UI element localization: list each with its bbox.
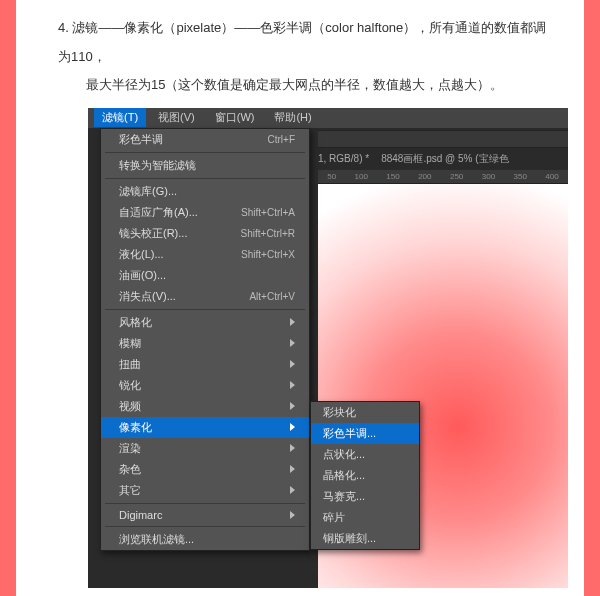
mi-digimarc[interactable]: Digimarc — [101, 506, 309, 524]
chevron-right-icon — [290, 381, 295, 389]
chevron-right-icon — [290, 318, 295, 326]
filter-menu-dropdown: 彩色半调 Ctrl+F 转换为智能滤镜 滤镜库(G)... 自适应广角(A)..… — [100, 128, 310, 551]
mi-browse-online[interactable]: 浏览联机滤镜... — [101, 529, 309, 550]
menubar: 滤镜(T) 视图(V) 窗口(W) 帮助(H) — [88, 108, 568, 128]
menu-separator — [105, 309, 305, 310]
mi-pixelate[interactable]: 像素化 — [101, 417, 309, 438]
sm-facet[interactable]: 彩块化 — [311, 402, 419, 423]
mi-stylize[interactable]: 风格化 — [101, 312, 309, 333]
mi-noise[interactable]: 杂色 — [101, 459, 309, 480]
options-bar — [318, 130, 568, 148]
tab-doc1[interactable]: 1, RGB/8) * — [318, 153, 369, 164]
mi-video[interactable]: 视频 — [101, 396, 309, 417]
mi-render[interactable]: 渲染 — [101, 438, 309, 459]
chevron-right-icon — [290, 465, 295, 473]
menu-separator — [105, 526, 305, 527]
instruction-text: 4. 滤镜——像素化（pixelate）——色彩半调（color halfton… — [58, 14, 554, 100]
mi-distort[interactable]: 扭曲 — [101, 354, 309, 375]
mi-oil-paint[interactable]: 油画(O)... — [101, 265, 309, 286]
mi-lens-correction[interactable]: 镜头校正(R)...Shift+Ctrl+R — [101, 223, 309, 244]
sm-pointillize[interactable]: 点状化... — [311, 444, 419, 465]
pixelate-submenu: 彩块化 彩色半调... 点状化... 晶格化... 马赛克... 碎片 铜版雕刻… — [310, 401, 420, 550]
sm-mosaic[interactable]: 马赛克... — [311, 486, 419, 507]
mi-other[interactable]: 其它 — [101, 480, 309, 501]
chevron-right-icon — [290, 402, 295, 410]
chevron-right-icon — [290, 360, 295, 368]
instruction-line2: 最大半径为15（这个数值是确定最大网点的半径，数值越大，点越大）。 — [86, 71, 554, 100]
instruction-line1: 滤镜——像素化（pixelate）——色彩半调（color halftone），… — [58, 20, 546, 64]
screenshot-photoshop: 滤镜(T) 视图(V) 窗口(W) 帮助(H) 1, RGB/8) * 8848… — [88, 108, 568, 588]
mi-adaptive-wide[interactable]: 自适应广角(A)...Shift+Ctrl+A — [101, 202, 309, 223]
mi-filter-gallery[interactable]: 滤镜库(G)... — [101, 181, 309, 202]
menu-window[interactable]: 窗口(W) — [207, 108, 263, 127]
menu-filter[interactable]: 滤镜(T) — [94, 108, 146, 127]
menu-separator — [105, 152, 305, 153]
mi-sharpen[interactable]: 锐化 — [101, 375, 309, 396]
sm-color-halftone[interactable]: 彩色半调... — [311, 423, 419, 444]
chevron-right-icon — [290, 511, 295, 519]
chevron-right-icon — [290, 486, 295, 494]
sm-mezzotint[interactable]: 铜版雕刻... — [311, 528, 419, 549]
mi-convert-smart[interactable]: 转换为智能滤镜 — [101, 155, 309, 176]
menu-view[interactable]: 视图(V) — [150, 108, 203, 127]
mi-blur[interactable]: 模糊 — [101, 333, 309, 354]
mi-vanishing-point[interactable]: 消失点(V)...Alt+Ctrl+V — [101, 286, 309, 307]
tab-doc2[interactable]: 8848画框.psd @ 5% (宝绿色 — [381, 152, 508, 166]
document-tabs: 1, RGB/8) * 8848画框.psd @ 5% (宝绿色 — [318, 148, 568, 170]
sm-crystallize[interactable]: 晶格化... — [311, 465, 419, 486]
menu-separator — [105, 503, 305, 504]
menu-separator — [105, 178, 305, 179]
chevron-right-icon — [290, 423, 295, 431]
sm-fragment[interactable]: 碎片 — [311, 507, 419, 528]
mi-liquify[interactable]: 液化(L)...Shift+Ctrl+X — [101, 244, 309, 265]
chevron-right-icon — [290, 444, 295, 452]
ruler-horizontal: 50 100 150 200 250 300 350 400 — [318, 170, 568, 184]
mi-last-filter[interactable]: 彩色半调 Ctrl+F — [101, 129, 309, 150]
step-number: 4. — [58, 20, 69, 35]
chevron-right-icon — [290, 339, 295, 347]
menu-help[interactable]: 帮助(H) — [266, 108, 319, 127]
